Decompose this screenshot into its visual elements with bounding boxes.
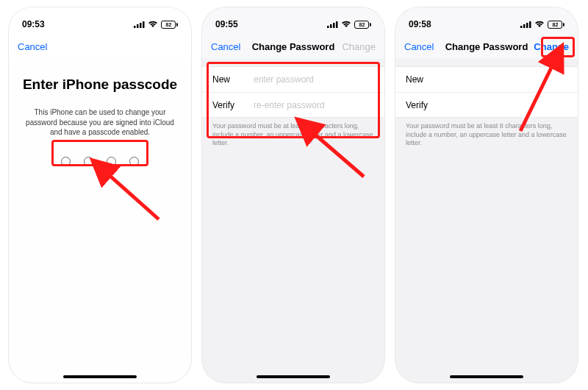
- phone-screen-1: 09:53 82 Cancel Enter iPhone passcode Th…: [9, 7, 191, 383]
- clock: 09:58: [409, 19, 431, 29]
- verify-password-row[interactable]: Verify: [395, 92, 578, 117]
- cancel-button[interactable]: Cancel: [404, 41, 434, 52]
- change-button[interactable]: Change: [534, 41, 569, 52]
- svg-rect-2: [140, 23, 142, 28]
- new-password-label: New: [212, 74, 254, 85]
- verify-password-label: Verify: [212, 100, 254, 110]
- verify-password-label: Verify: [406, 100, 447, 110]
- page-description: This iPhone can be used to change your p…: [19, 107, 181, 138]
- battery-icon: 82: [548, 21, 564, 29]
- wifi-icon: [534, 21, 545, 28]
- status-bar: 09:53 82: [9, 7, 191, 34]
- phone-screen-2: 09:55 82 Cancel Change Password Change N…: [202, 7, 384, 383]
- status-bar: 09:55 82: [202, 7, 384, 34]
- home-indicator-icon[interactable]: [257, 375, 330, 378]
- svg-rect-11: [523, 24, 526, 28]
- cellular-signal-icon: [327, 21, 338, 28]
- wifi-icon: [341, 21, 351, 28]
- svg-rect-10: [520, 26, 523, 28]
- password-form: New Verify: [395, 66, 578, 118]
- svg-rect-7: [333, 23, 335, 28]
- page-title: Enter iPhone passcode: [19, 77, 181, 93]
- password-hint: Your password must be at least 8 charact…: [202, 118, 384, 148]
- annotation-arrow-icon: [100, 168, 166, 230]
- change-button[interactable]: Change: [342, 41, 376, 52]
- phone-screen-3: 09:58 82 Cancel Change Password Change N…: [395, 7, 578, 383]
- cancel-button[interactable]: Cancel: [211, 41, 240, 52]
- battery-icon: 82: [161, 21, 178, 29]
- new-password-row[interactable]: New enter password: [202, 67, 384, 92]
- status-bar: 09:58 82: [395, 7, 578, 34]
- cellular-signal-icon: [134, 21, 145, 28]
- svg-rect-0: [134, 26, 136, 28]
- svg-rect-6: [330, 24, 332, 28]
- passcode-dot: [107, 157, 116, 166]
- passcode-dot: [61, 157, 71, 166]
- password-hint: Your password must be at least 8 charact…: [395, 118, 578, 148]
- home-indicator-icon[interactable]: [63, 375, 137, 378]
- svg-rect-13: [529, 21, 531, 28]
- passcode-dot: [84, 157, 93, 166]
- nav-bar: Cancel: [9, 34, 191, 59]
- svg-rect-8: [336, 21, 338, 28]
- cancel-button[interactable]: Cancel: [18, 41, 47, 52]
- passcode-dot: [129, 157, 139, 166]
- clock: 09:55: [215, 19, 238, 29]
- clock: 09:53: [22, 19, 45, 29]
- svg-rect-12: [526, 23, 528, 28]
- battery-icon: 82: [354, 21, 371, 29]
- new-password-row[interactable]: New: [395, 67, 578, 92]
- verify-password-row[interactable]: Verify re-enter password: [202, 92, 384, 117]
- cellular-signal-icon: [520, 21, 531, 28]
- svg-line-4: [106, 172, 159, 219]
- nav-bar: Cancel Change Password Change: [395, 34, 578, 59]
- svg-rect-1: [137, 24, 139, 28]
- new-password-label: New: [406, 74, 447, 85]
- new-password-input[interactable]: enter password: [254, 74, 314, 85]
- password-form: New enter password Verify re-enter passw…: [202, 66, 384, 118]
- home-indicator-icon[interactable]: [450, 375, 523, 378]
- wifi-icon: [148, 21, 158, 28]
- verify-password-input[interactable]: re-enter password: [254, 100, 325, 110]
- passcode-dots[interactable]: [19, 157, 181, 166]
- nav-bar: Cancel Change Password Change: [202, 34, 384, 59]
- svg-rect-3: [143, 21, 145, 28]
- svg-rect-5: [327, 26, 329, 28]
